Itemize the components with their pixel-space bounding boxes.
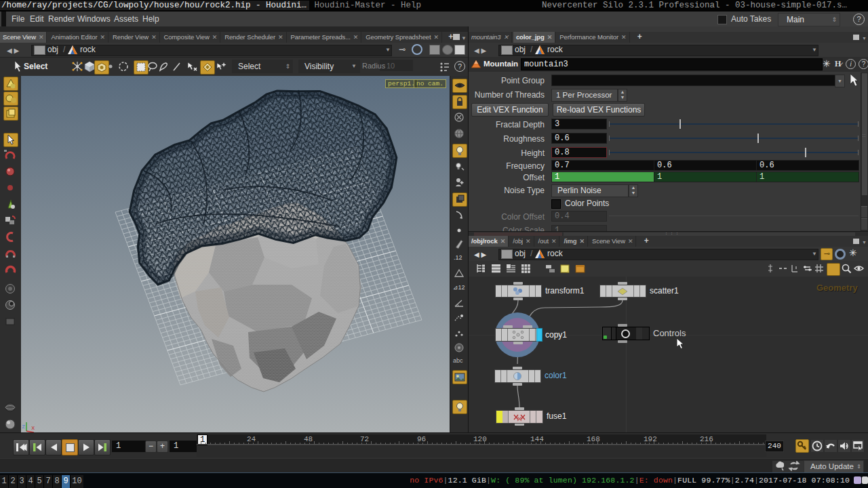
svg-text:z: z — [22, 424, 25, 430]
svg-text:x: x — [31, 425, 35, 432]
